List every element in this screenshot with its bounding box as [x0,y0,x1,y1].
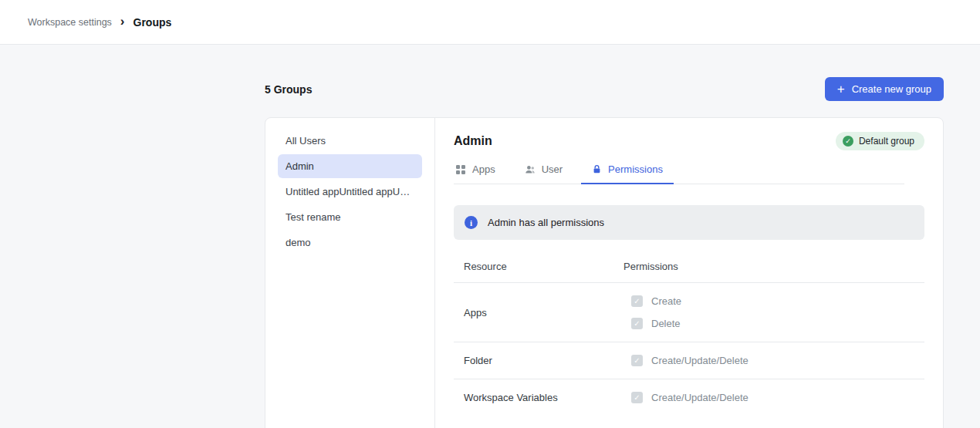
checkbox-apps-delete[interactable]: ✓ [631,318,643,329]
plus-icon: + [837,83,845,96]
tab-apps-label: Apps [472,163,495,175]
group-list-item-test-rename[interactable]: Test rename [278,205,422,229]
resource-label: Workspace Variables [454,392,623,403]
permissions-cell: ✓ Create/Update/Delete [623,392,924,403]
breadcrumb-workspace-settings[interactable]: Workspace settings [28,17,112,28]
resource-label: Apps [454,307,623,318]
group-list-item-untitled-app[interactable]: Untitled appUntitled appUntitle… [278,180,422,204]
chevron-right-icon: › [120,15,125,28]
group-detail-panel: Admin ✓ Default group Apps [435,118,943,428]
tab-permissions[interactable]: Permissions [590,163,664,184]
permission-apps-delete: ✓ Delete [631,318,924,329]
permissions-cell: ✓ Create/Update/Delete [623,355,924,366]
group-list: All Users Admin Untitled appUntitled app… [265,118,435,428]
topbar: Workspace settings › Groups [0,0,980,45]
lock-icon [592,164,602,174]
group-detail-header: Admin ✓ Default group [454,132,924,150]
checkbox-apps-create[interactable]: ✓ [631,295,643,307]
table-row-apps: Apps ✓ Create ✓ Delete [454,283,924,342]
resource-label: Folder [454,355,623,366]
tab-apps[interactable]: Apps [454,163,497,184]
group-list-item-demo[interactable]: demo [278,231,422,254]
permission-workspace-variables-cud: ✓ Create/Update/Delete [631,392,924,403]
default-group-badge-label: Default group [859,136,914,147]
permission-label: Delete [651,318,681,329]
breadcrumb: Workspace settings › Groups [28,16,171,29]
permission-folder-cud: ✓ Create/Update/Delete [631,355,924,366]
info-circle-icon: i [465,216,478,229]
permission-label: Create [651,295,681,307]
permissions-info-text: Admin has all permissions [488,217,604,228]
tab-permissions-label: Permissions [608,163,663,175]
users-icon [525,164,536,175]
groups-card: All Users Admin Untitled appUntitled app… [265,117,944,428]
create-new-group-button[interactable]: + Create new group [825,77,944,101]
tab-user-label: User [542,163,563,175]
permission-apps-create: ✓ Create [631,295,924,307]
permission-label: Create/Update/Delete [651,355,749,366]
permissions-info-banner: i Admin has all permissions [454,205,924,240]
table-row-folder: Folder ✓ Create/Update/Delete [454,342,924,379]
page-header: 5 Groups + Create new group [265,77,944,101]
permissions-cell: ✓ Create ✓ Delete [623,295,924,329]
apps-grid-icon [455,164,466,175]
permission-label: Create/Update/Delete [651,392,749,403]
column-header-resource: Resource [454,261,623,272]
table-row-workspace-variables: Workspace Variables ✓ Create/Update/Dele… [454,379,924,416]
groups-count-label: 5 Groups [265,83,312,96]
group-list-item-admin[interactable]: Admin [278,154,422,178]
checkbox-workspace-variables-cud[interactable]: ✓ [631,392,643,403]
column-header-permissions: Permissions [623,261,924,272]
tab-user[interactable]: User [523,163,564,184]
check-circle-icon: ✓ [843,136,853,147]
permissions-table: Resource Permissions Apps ✓ Create ✓ Del… [454,261,924,416]
create-new-group-label: Create new group [852,83,931,95]
checkbox-folder-cud[interactable]: ✓ [631,355,643,366]
permissions-table-header: Resource Permissions [454,261,924,283]
default-group-badge: ✓ Default group [836,132,924,150]
breadcrumb-groups: Groups [133,16,172,29]
groups-page: 5 Groups + Create new group All Users Ad… [265,77,944,428]
group-tabs: Apps User [454,163,904,184]
group-title: Admin [454,134,492,148]
group-list-item-all-users[interactable]: All Users [278,129,422,153]
